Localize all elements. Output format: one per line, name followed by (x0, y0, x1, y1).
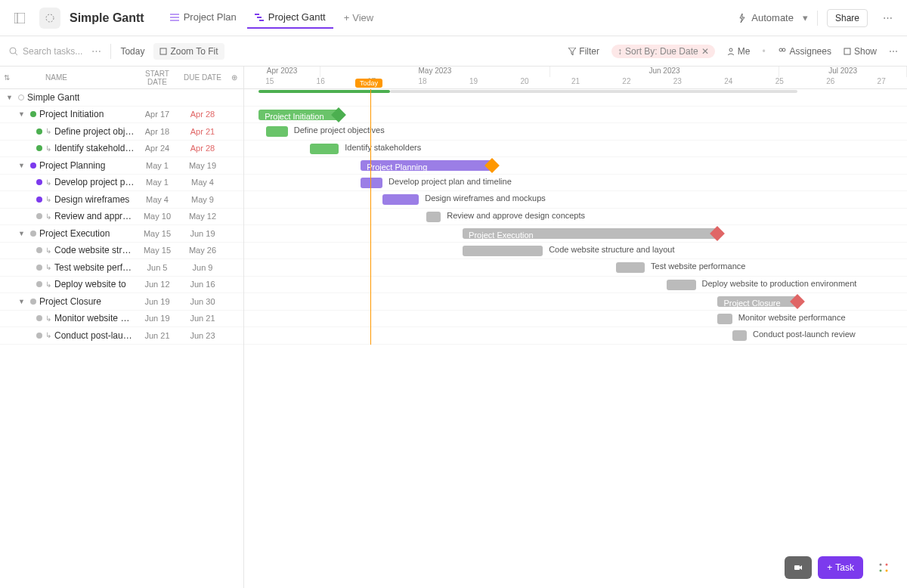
gantt-chart: Today Project InitiationDefine project o… (244, 89, 907, 345)
start-date[interactable]: May 15 (135, 246, 180, 255)
me-button[interactable]: Me (727, 46, 751, 57)
due-date[interactable]: May 19 (180, 161, 225, 170)
gantt-bar[interactable] (266, 126, 288, 137)
search-input[interactable]: Search tasks... (9, 46, 82, 57)
due-date[interactable]: Apr 28 (180, 144, 225, 153)
chevron-down-icon[interactable]: ▼ (18, 230, 27, 237)
add-view-button[interactable]: + View (336, 7, 382, 29)
due-date[interactable]: Apr 21 (180, 127, 225, 136)
tab-project-plan[interactable]: Project Plan (163, 7, 244, 29)
task-name: Conduct post-launch (54, 330, 135, 341)
start-date[interactable]: Apr 18 (135, 127, 180, 136)
gantt-area[interactable]: Apr 2023May 2023Jun 2023Jul 2023 1516171… (244, 67, 907, 588)
start-date[interactable]: May 10 (135, 212, 180, 221)
due-date[interactable]: May 4 (180, 178, 225, 187)
due-date[interactable]: Jun 19 (180, 229, 225, 238)
task-row[interactable]: ↳Identify stakeholdersApr 24Apr 28 (0, 141, 243, 158)
automate-button[interactable]: Automate (738, 12, 794, 23)
due-date[interactable]: May 12 (180, 212, 225, 221)
sort-pill[interactable]: ↕ Sort By: Due Date ✕ (611, 45, 715, 58)
due-date[interactable]: Jun 16 (180, 280, 225, 289)
gantt-bar[interactable]: Project Closure (717, 296, 797, 307)
expand-collapse-icon[interactable]: ⇅ (0, 73, 14, 82)
col-start[interactable]: Start Date (135, 70, 180, 86)
task-row[interactable]: ▼Project InitiationApr 17Apr 28 (0, 107, 243, 124)
gantt-bar[interactable] (463, 246, 543, 256)
due-date[interactable]: Jun 9 (180, 263, 225, 272)
today-button[interactable]: Today (120, 46, 144, 57)
start-date[interactable]: Jun 5 (135, 263, 180, 272)
task-row[interactable]: ▼Project ExecutionMay 15Jun 19 (0, 225, 243, 243)
start-date[interactable]: Jun 21 (135, 331, 180, 340)
due-date[interactable]: May 26 (180, 246, 225, 255)
task-row[interactable]: ↳Design wireframesMay 4May 9 (0, 191, 243, 209)
gantt-row: Monitor website performance (244, 311, 907, 328)
show-button[interactable]: Show (844, 46, 877, 57)
search-more-icon[interactable]: ⋯ (91, 45, 101, 57)
gantt-bar[interactable]: Project Planning (361, 160, 491, 171)
close-icon[interactable]: ✕ (701, 46, 709, 57)
share-button[interactable]: Share (827, 9, 868, 27)
chevron-down-icon[interactable]: ▾ (803, 12, 808, 23)
task-row[interactable]: ↳Review and approveMay 10May 12 (0, 209, 243, 226)
task-row[interactable]: ▼Simple Gantt (0, 89, 243, 107)
add-column-button[interactable]: ⊕ (225, 73, 243, 82)
due-date[interactable]: May 9 (180, 195, 225, 204)
gantt-bar[interactable]: Project Initiation (258, 110, 339, 120)
task-row[interactable]: ↳Develop project planMay 1May 4 (0, 175, 243, 192)
filter-button[interactable]: Filter (568, 46, 599, 57)
chevron-down-icon[interactable]: ▼ (18, 110, 27, 118)
assignees-button[interactable]: Assignees (778, 46, 831, 57)
task-row[interactable]: ▼Project PlanningMay 1May 19 (0, 157, 243, 175)
svg-rect-7 (257, 17, 262, 18)
gantt-bar[interactable] (382, 194, 419, 205)
start-date[interactable]: Jun 19 (135, 314, 180, 323)
svg-point-2 (46, 14, 54, 22)
chevron-down-icon[interactable]: ▼ (18, 298, 27, 305)
subtask-icon: ↳ (45, 280, 51, 289)
gantt-bar[interactable] (732, 330, 747, 341)
start-date[interactable]: May 4 (135, 195, 180, 204)
gantt-bar-label: Test website performance (651, 262, 745, 271)
col-due[interactable]: Due Date (180, 73, 225, 82)
due-date[interactable]: Jun 21 (180, 314, 225, 323)
task-name: Test website performance (54, 262, 135, 273)
task-row[interactable]: ↳Test website performanceJun 5Jun 9 (0, 259, 243, 277)
start-date[interactable]: May 1 (135, 161, 180, 170)
tab-project-gantt[interactable]: Project Gantt (247, 7, 333, 29)
gantt-bar[interactable]: Project Execution (463, 228, 717, 239)
due-date[interactable]: Jun 30 (180, 297, 225, 306)
gantt-bar[interactable] (426, 212, 441, 222)
gantt-bar[interactable] (667, 280, 696, 290)
new-task-button[interactable]: + Task (818, 556, 863, 579)
record-button[interactable] (785, 556, 812, 579)
chevron-down-icon[interactable]: ▼ (18, 162, 27, 169)
start-date[interactable]: Jun 12 (135, 280, 180, 289)
start-date[interactable]: Apr 24 (135, 144, 180, 153)
task-row[interactable]: ↳Deploy website toJun 12Jun 16 (0, 277, 243, 294)
record-icon (794, 563, 803, 572)
zoom-to-fit-button[interactable]: Zoom To Fit (153, 43, 224, 60)
gantt-bar[interactable] (616, 262, 645, 273)
task-row[interactable]: ▼Project ClosureJun 19Jun 30 (0, 293, 243, 311)
start-date[interactable]: May 15 (135, 229, 180, 238)
start-date[interactable]: Jun 19 (135, 297, 180, 306)
task-row[interactable]: ↳Code website structureMay 15May 26 (0, 243, 243, 260)
more-menu-icon[interactable]: ⋯ (877, 8, 898, 29)
start-date[interactable]: Apr 17 (135, 110, 180, 119)
status-dot (36, 315, 42, 321)
due-date[interactable]: Apr 28 (180, 110, 225, 119)
task-row[interactable]: ↳Define project objectivesApr 18Apr 21 (0, 123, 243, 141)
start-date[interactable]: May 1 (135, 178, 180, 187)
task-row[interactable]: ↳Monitor website performanceJun 19Jun 21 (0, 311, 243, 328)
due-date[interactable]: Jun 23 (180, 331, 225, 340)
gantt-bar[interactable] (310, 144, 339, 154)
task-row[interactable]: ↳Conduct post-launchJun 21Jun 23 (0, 327, 243, 345)
chevron-down-icon[interactable]: ▼ (6, 94, 15, 101)
sidebar-toggle-icon[interactable] (9, 8, 30, 29)
gantt-bar[interactable] (361, 178, 382, 188)
col-name[interactable]: NAME (14, 73, 135, 82)
gantt-bar[interactable] (717, 314, 732, 324)
more-icon[interactable]: ⋯ (889, 46, 898, 57)
apps-button[interactable] (869, 556, 898, 579)
